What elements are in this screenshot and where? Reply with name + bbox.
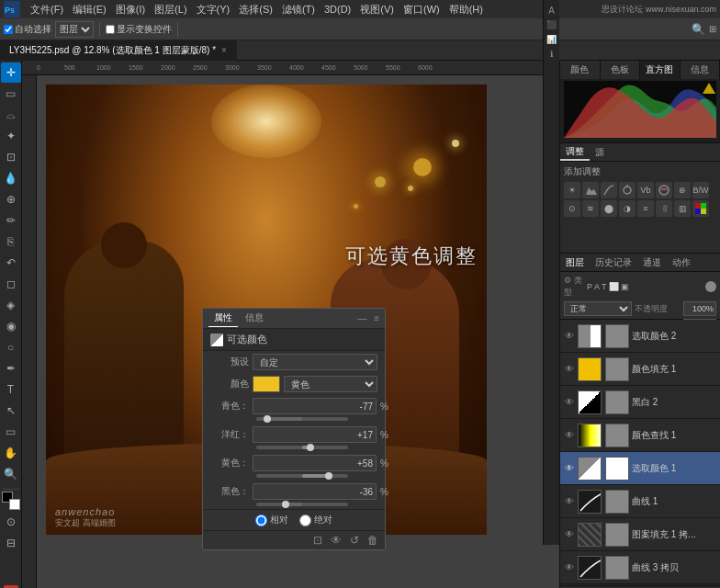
auto-select-check[interactable]: 自动选择 (4, 23, 51, 36)
method-absolute-label[interactable]: 绝对 (299, 514, 332, 526)
yellow-slider-track[interactable] (256, 474, 348, 478)
color-tab[interactable]: 颜色 (560, 61, 601, 79)
gradient-tool[interactable]: ◈ (1, 295, 21, 315)
method-relative-label[interactable]: 相对 (255, 514, 288, 526)
show-transform-check[interactable]: 显示变换控件 (106, 23, 172, 36)
adj-selective-color-icon[interactable] (692, 200, 709, 217)
preset-select[interactable]: 自定 (253, 354, 377, 370)
menu-help[interactable]: 帮助(H) (444, 3, 488, 17)
foreground-bg-color[interactable] (1, 491, 21, 511)
adj-color-balance-icon[interactable]: ⊕ (674, 182, 691, 198)
layer-eye-icon[interactable]: 👁 (564, 529, 575, 540)
menu-file[interactable]: 文件(F) (26, 3, 68, 17)
black-slider-thumb[interactable] (282, 501, 289, 508)
brush-tool[interactable]: ✏ (1, 210, 21, 231)
props-tab-properties[interactable]: 属性 (208, 310, 238, 327)
histogram-side-icon[interactable]: 📊 (546, 33, 558, 46)
filter-pixel-icon[interactable]: P (587, 282, 592, 291)
layers-tab-actions[interactable]: 动作 (667, 254, 696, 271)
adj-gradient-map-icon[interactable]: ▥ (674, 200, 691, 217)
select-rect-tool[interactable]: ▭ (1, 84, 21, 104)
adj-threshold-icon[interactable]: ⧛ (656, 200, 672, 217)
screen-mode[interactable]: ⊟ (1, 533, 21, 553)
magic-wand-tool[interactable]: ✦ (1, 126, 21, 146)
cyan-slider-track[interactable] (256, 417, 348, 421)
tab-close-button[interactable]: × (221, 45, 227, 55)
props-reset-icon[interactable]: ↺ (348, 534, 361, 547)
props-more-icon[interactable]: ≡ (374, 313, 379, 323)
color-select[interactable]: 黄色 (284, 376, 377, 392)
menu-view[interactable]: 视图(V) (355, 3, 399, 17)
filter-adjustment-icon[interactable]: A (594, 282, 600, 291)
eraser-tool[interactable]: ◻ (1, 274, 21, 294)
layer-eye-icon[interactable]: 👁 (564, 496, 575, 507)
workspace-icon[interactable]: ⊞ (709, 24, 716, 34)
black-input[interactable] (253, 483, 377, 500)
layer-group-select[interactable]: 图层 组 (55, 21, 94, 38)
quick-mask-toggle[interactable]: ⊙ (1, 512, 21, 532)
layer-item-curves-1[interactable]: 👁 曲线 1 (560, 485, 720, 518)
menu-edit[interactable]: 编辑(E) (68, 3, 111, 17)
crop-tool[interactable]: ⊡ (1, 147, 21, 167)
props-minimize-icon[interactable]: — (357, 313, 366, 323)
menu-filter[interactable]: 滤镜(T) (277, 3, 320, 17)
layer-eye-icon[interactable]: 👁 (564, 430, 575, 441)
healing-brush-tool[interactable]: ⊕ (1, 189, 21, 209)
layers-tab-history[interactable]: 历史记录 (590, 254, 637, 271)
toolbar-search-icon[interactable]: 🔍 (692, 23, 705, 36)
eyedropper-tool[interactable]: 💧 (1, 168, 21, 188)
cyan-input[interactable] (253, 398, 377, 414)
layer-eye-icon[interactable]: 👁 (564, 397, 575, 408)
props-visibility-icon[interactable]: 👁 (330, 534, 343, 547)
yellow-slider-thumb[interactable] (325, 472, 332, 480)
filter-shape-icon[interactable]: ⬜ (609, 282, 619, 291)
menu-text[interactable]: 文字(Y) (192, 3, 235, 17)
adj-photo-filter-icon[interactable]: ⊙ (564, 200, 580, 217)
adj-invert-icon[interactable]: ◑ (619, 200, 636, 217)
layer-item-selective-color-2[interactable]: 👁 选取颜色 2 (560, 320, 720, 353)
magenta-input[interactable] (253, 426, 377, 443)
adj-curves-icon[interactable] (601, 182, 617, 198)
menu-image[interactable]: 图像(I) (111, 3, 150, 17)
props-clip-icon[interactable]: ⊡ (311, 534, 324, 547)
adj-color-lookup-icon[interactable]: ⬤ (601, 200, 617, 217)
adj-channel-mixer-icon[interactable]: ≋ (582, 200, 599, 217)
adj-exposure-icon[interactable] (619, 182, 636, 198)
filter-toggle[interactable] (705, 281, 716, 292)
dodge-tool[interactable]: ○ (1, 337, 21, 357)
color-swatch-icon[interactable]: A (546, 4, 558, 17)
pen-tool[interactable]: ✒ (1, 358, 21, 379)
layer-item-selective-color-1[interactable]: 👁 选取颜色 1 (560, 452, 720, 485)
document-tab[interactable]: LY3H5225.psd @ 12.8% (选取颜色 1 图层蒙版/8) * × (0, 40, 237, 61)
props-delete-icon[interactable]: 🗑 (366, 534, 379, 547)
layer-eye-icon[interactable]: 👁 (564, 463, 575, 474)
layer-eye-icon[interactable]: 👁 (564, 364, 575, 375)
color-swatch-yellow[interactable] (253, 376, 280, 392)
magenta-slider-track[interactable] (256, 446, 348, 449)
adj-levels-icon[interactable] (582, 182, 599, 198)
menu-window[interactable]: 窗口(W) (399, 3, 444, 17)
info-tab[interactable]: 信息 (681, 61, 721, 79)
filter-text-icon[interactable]: T (602, 282, 607, 291)
histogram-tab[interactable]: 直方图 (640, 61, 681, 79)
hand-tool[interactable]: ✋ (1, 443, 21, 463)
blur-tool[interactable]: ◉ (1, 316, 21, 336)
layer-item-pattern-fill-1[interactable]: 👁 图案填充 1 拷... (560, 518, 720, 551)
adj-posterize-icon[interactable]: ≡ (637, 200, 654, 217)
swatches-icon[interactable]: ⬛ (546, 18, 558, 31)
layer-item-curves-3-copy[interactable]: 👁 曲线 3 拷贝 (560, 551, 720, 584)
layers-tab-channels[interactable]: 通道 (637, 254, 667, 271)
clone-stamp-tool[interactable]: ⎘ (1, 232, 21, 252)
layer-eye-icon[interactable]: 👁 (564, 331, 575, 342)
yellow-input[interactable] (253, 455, 377, 471)
layer-item-color-fill-1[interactable]: 👁 颜色填充 1 (560, 353, 720, 386)
adj-bw-icon[interactable]: B/W (692, 182, 709, 198)
layer-item-bw-2[interactable]: 👁 黑白 2 (560, 386, 720, 419)
layers-tab-layers[interactable]: 图层 (560, 254, 590, 271)
adjustments-tab[interactable]: 调整 (560, 143, 590, 161)
menu-layer[interactable]: 图层(L) (150, 3, 191, 17)
type-tool[interactable]: T (1, 379, 21, 400)
props-tab-info[interactable]: 信息 (240, 310, 269, 327)
cyan-slider-thumb[interactable] (264, 415, 271, 423)
black-slider-track[interactable] (256, 503, 348, 506)
